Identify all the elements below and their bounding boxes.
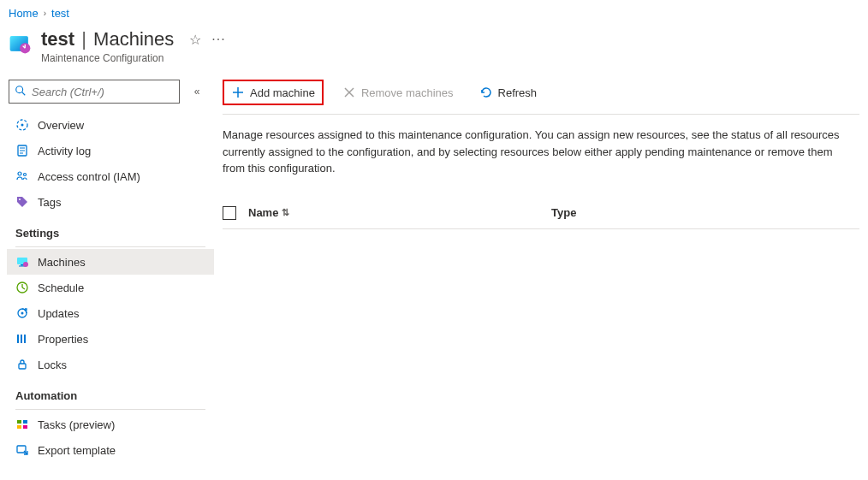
search-input[interactable] <box>32 86 174 98</box>
sidebar-item-tags[interactable]: Tags <box>7 189 214 215</box>
svg-rect-26 <box>19 364 26 369</box>
column-header-type[interactable]: Type <box>551 206 576 219</box>
sidebar-item-label: Overview <box>38 119 84 132</box>
toolbar: Add machine Remove machines Refresh <box>223 76 859 115</box>
delete-icon <box>342 86 356 99</box>
sidebar-section-settings: Settings <box>7 215 214 245</box>
svg-rect-28 <box>23 420 27 424</box>
sidebar-item-properties[interactable]: Properties <box>7 326 214 352</box>
breadcrumb-home[interactable]: Home <box>9 7 39 20</box>
refresh-button[interactable]: Refresh <box>473 81 544 104</box>
sort-icon: ⇅ <box>282 207 289 218</box>
breadcrumb: Home › test <box>0 0 868 23</box>
sidebar-item-export-template[interactable]: Export template <box>7 437 214 463</box>
updates-icon <box>15 306 29 320</box>
collapse-sidebar-button[interactable]: « <box>187 81 207 102</box>
toolbar-label: Refresh <box>498 86 538 99</box>
svg-point-6 <box>21 124 24 127</box>
properties-icon <box>15 332 29 346</box>
sidebar-item-activity-log[interactable]: Activity log <box>7 138 214 163</box>
sidebar-item-overview[interactable]: Overview <box>7 112 214 138</box>
more-actions-button[interactable]: ··· <box>211 32 225 47</box>
page-title: test | Machines <box>41 28 174 50</box>
divider <box>15 409 205 410</box>
svg-point-11 <box>18 172 21 175</box>
toolbar-label: Add machine <box>250 86 315 99</box>
description-text: Manage resources assigned to this mainte… <box>223 115 856 198</box>
breadcrumb-current[interactable]: test <box>51 7 69 20</box>
add-machine-button[interactable]: Add machine <box>223 80 324 105</box>
main-content: Add machine Remove machines Refresh Mana… <box>214 76 868 463</box>
sidebar-item-updates[interactable]: Updates <box>7 300 214 326</box>
sidebar-item-label: Tasks (preview) <box>38 418 115 431</box>
svg-rect-27 <box>17 420 21 424</box>
divider <box>15 246 205 247</box>
toolbar-label: Remove machines <box>361 86 454 99</box>
svg-rect-30 <box>23 425 27 429</box>
sidebar-item-machines[interactable]: Machines <box>7 249 214 275</box>
svg-point-12 <box>24 174 27 176</box>
chevron-right-icon: › <box>44 9 46 18</box>
sidebar-item-schedule[interactable]: Schedule <box>7 275 214 300</box>
sidebar-item-locks[interactable]: Locks <box>7 352 214 377</box>
overview-icon <box>15 118 29 132</box>
select-all-checkbox[interactable] <box>223 206 236 220</box>
table-header: Name ⇅ Type <box>223 198 859 229</box>
sidebar-section-automation: Automation <box>7 377 214 407</box>
sidebar-item-label: Tags <box>38 196 61 209</box>
export-template-icon <box>15 443 29 457</box>
refresh-icon <box>479 86 493 99</box>
svg-point-3 <box>16 86 23 92</box>
search-box[interactable] <box>9 80 180 104</box>
search-icon <box>15 85 27 99</box>
sidebar-item-label: Updates <box>38 307 79 320</box>
sidebar-item-tasks[interactable]: Tasks (preview) <box>7 412 214 437</box>
tasks-icon <box>15 418 29 431</box>
svg-line-4 <box>22 92 26 95</box>
svg-line-20 <box>22 287 25 289</box>
schedule-icon <box>15 281 29 294</box>
access-control-icon <box>15 169 29 183</box>
activity-log-icon <box>15 144 29 157</box>
sidebar-item-label: Schedule <box>38 281 84 294</box>
machines-icon <box>15 255 29 269</box>
svg-point-22 <box>21 312 24 315</box>
sidebar-item-label: Activity log <box>38 145 91 157</box>
column-header-name[interactable]: Name ⇅ <box>248 206 539 219</box>
sidebar: « Overview Activity log Access control (… <box>0 76 214 463</box>
plus-icon <box>231 86 245 99</box>
sidebar-item-access-control[interactable]: Access control (IAM) <box>7 163 214 189</box>
pin-favorite-button[interactable]: ☆ <box>189 32 201 48</box>
page-header: test | Machines ☆ ··· Maintenance Config… <box>0 23 868 76</box>
svg-point-13 <box>19 199 21 200</box>
maintenance-config-icon <box>9 32 33 56</box>
remove-machines-button: Remove machines <box>336 81 461 104</box>
sidebar-item-label: Export template <box>38 444 116 457</box>
tags-icon <box>15 195 29 209</box>
lock-icon <box>15 358 29 371</box>
svg-point-17 <box>23 262 28 267</box>
svg-rect-29 <box>17 425 21 429</box>
sidebar-item-label: Access control (IAM) <box>38 170 140 183</box>
resource-type-subtitle: Maintenance Configuration <box>41 52 226 64</box>
sidebar-item-label: Machines <box>38 256 86 269</box>
sidebar-item-label: Properties <box>38 333 88 346</box>
sidebar-item-label: Locks <box>38 359 67 371</box>
